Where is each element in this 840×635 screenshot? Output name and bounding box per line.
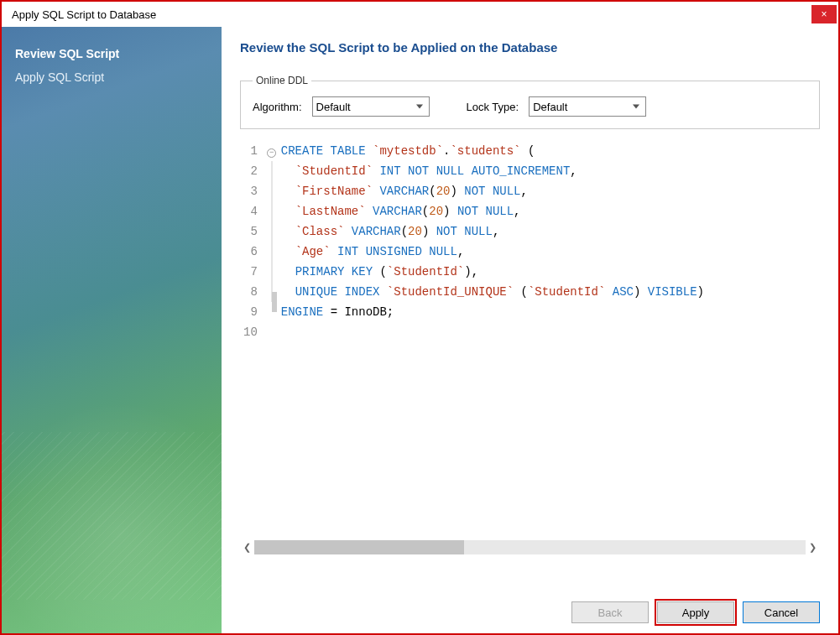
- sidebar-step-label: Apply SQL Script: [15, 70, 104, 84]
- scroll-thumb[interactable]: [254, 540, 464, 554]
- scroll-right-arrow-icon[interactable]: ❯: [806, 540, 820, 554]
- line-number: 1: [243, 141, 258, 161]
- main-panel: Review the SQL Script to be Applied on t…: [222, 27, 838, 633]
- code-line[interactable]: `Class` VARCHAR(20) NOT NULL,: [281, 221, 820, 242]
- dialog-window: Apply SQL Script to Database × Review SQ…: [0, 0, 840, 635]
- line-gutter: 12345678910: [240, 138, 266, 537]
- cancel-button[interactable]: Cancel: [743, 601, 820, 623]
- code-line[interactable]: [281, 322, 820, 342]
- fold-toggle-icon[interactable]: −: [267, 148, 276, 158]
- sidebar-step-label: Review SQL Script: [15, 47, 119, 60]
- title-bar: Apply SQL Script to Database ×: [2, 2, 838, 27]
- fieldset-legend: Online DDL: [253, 75, 311, 86]
- algorithm-label: Algorithm:: [253, 101, 302, 113]
- sidebar-step-review[interactable]: Review SQL Script: [15, 42, 208, 65]
- line-number: 6: [243, 242, 258, 262]
- wizard-sidebar: Review SQL Script Apply SQL Script: [2, 27, 222, 633]
- code-line[interactable]: ENGINE = InnoDB;: [281, 302, 820, 322]
- close-button[interactable]: ×: [811, 5, 837, 23]
- code-line[interactable]: `LastName` VARCHAR(20) NOT NULL,: [281, 201, 820, 221]
- close-icon: ×: [821, 8, 827, 20]
- sql-editor[interactable]: 12345678910 − CREATE TABLE `mytestdb`.`s…: [240, 138, 820, 537]
- horizontal-scrollbar[interactable]: ❮ ❯: [240, 540, 820, 554]
- dialog-body: Review SQL Script Apply SQL Script Revie…: [2, 27, 838, 633]
- apply-button[interactable]: Apply: [657, 601, 734, 623]
- scroll-track[interactable]: [254, 540, 806, 554]
- dialog-footer: Back Apply Cancel: [240, 554, 820, 623]
- back-button: Back: [571, 601, 649, 623]
- line-number: 5: [243, 221, 258, 242]
- code-line[interactable]: `StudentId` INT NOT NULL AUTO_INCREMENT,: [281, 161, 820, 181]
- online-ddl-fieldset: Online DDL Algorithm: Default Lock Type:…: [240, 75, 820, 129]
- line-number: 8: [243, 282, 258, 302]
- code-line[interactable]: CREATE TABLE `mytestdb`.`students` (: [281, 141, 820, 161]
- code-line[interactable]: UNIQUE INDEX `StudentId_UNIQUE` (`Studen…: [281, 282, 820, 302]
- code-line[interactable]: PRIMARY KEY (`StudentId`),: [281, 262, 820, 282]
- scroll-left-arrow-icon[interactable]: ❮: [240, 540, 254, 554]
- line-number: 4: [243, 201, 258, 221]
- fold-column: −: [266, 138, 281, 537]
- page-title: Review the SQL Script to be Applied on t…: [240, 40, 820, 55]
- algorithm-select[interactable]: Default: [312, 96, 430, 117]
- code-lines[interactable]: CREATE TABLE `mytestdb`.`students` ( `St…: [281, 138, 820, 537]
- line-number: 2: [243, 161, 258, 181]
- line-number: 7: [243, 262, 258, 282]
- line-number: 9: [243, 302, 258, 322]
- code-line[interactable]: `Age` INT UNSIGNED NULL,: [281, 242, 820, 262]
- locktype-label: Lock Type:: [467, 101, 519, 113]
- line-number: 10: [243, 322, 258, 342]
- window-title: Apply SQL Script to Database: [12, 8, 156, 21]
- code-line[interactable]: `FirstName` VARCHAR(20) NOT NULL,: [281, 181, 820, 201]
- line-number: 3: [243, 181, 258, 201]
- sidebar-step-apply[interactable]: Apply SQL Script: [15, 65, 208, 89]
- locktype-select[interactable]: Default: [529, 96, 646, 117]
- fieldset-row: Algorithm: Default Lock Type: Default: [253, 96, 807, 117]
